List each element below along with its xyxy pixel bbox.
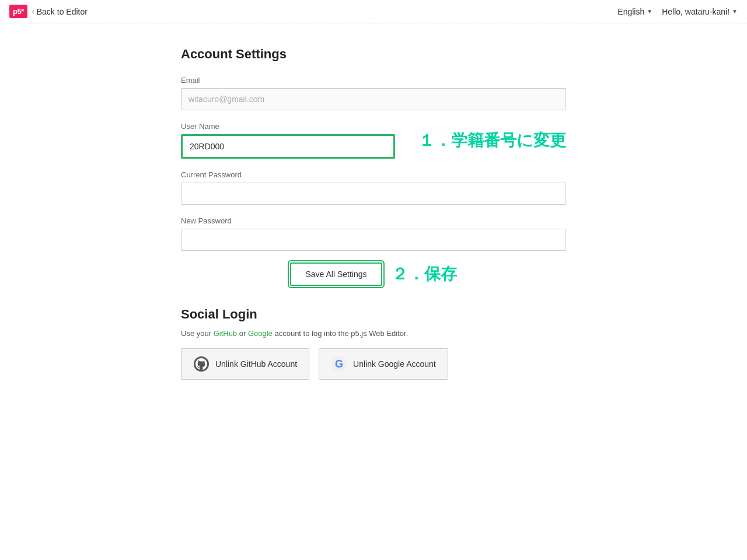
google-icon: G [331,356,347,372]
header-right: English ▼ Hello, wataru-kani! ▼ [617,7,738,16]
current-password-input[interactable] [181,183,566,205]
new-password-group: New Password [181,216,566,251]
p5-logo: p5* [9,5,27,18]
unlink-github-button[interactable]: Unlink GitHub Account [181,348,309,380]
google-link[interactable]: Google [248,329,273,338]
email-group: Email [181,76,566,110]
email-label: Email [181,76,566,85]
user-greeting[interactable]: Hello, wataru-kani! ▼ [662,7,738,16]
current-password-label: Current Password [181,170,566,179]
annotation-step2: ２．保存 [392,263,457,285]
annotation-step1: １．学籍番号に変更 [418,130,566,152]
social-description: Use your GitHub or Google account to log… [181,329,566,338]
unlink-google-button[interactable]: G Unlink Google Account [319,348,448,380]
username-input[interactable] [181,134,395,159]
user-greeting-text: Hello, wataru-kani! [662,7,729,16]
language-dropdown-icon: ▼ [647,8,652,15]
current-password-group: Current Password [181,170,566,205]
username-label: User Name [181,122,395,131]
social-buttons: Unlink GitHub Account G Unlink Google Ac… [181,348,566,380]
header-left: p5* ‹ Back to Editor [9,5,88,18]
language-selector[interactable]: English ▼ [617,7,652,16]
new-password-input[interactable] [181,229,566,251]
save-button-row: Save All Settings ２．保存 [181,262,566,286]
save-all-settings-button[interactable]: Save All Settings [290,262,382,286]
user-dropdown-icon: ▼ [732,8,738,15]
language-label: English [617,7,644,16]
unlink-google-label: Unlink Google Account [353,359,436,369]
github-link[interactable]: GitHub [214,329,237,338]
back-to-editor-label: Back to Editor [37,7,88,16]
new-password-label: New Password [181,216,566,225]
back-to-editor-link[interactable]: ‹ Back to Editor [32,7,88,16]
header: p5* ‹ Back to Editor English ▼ Hello, wa… [0,0,747,23]
github-icon [193,356,210,372]
username-group: User Name [181,122,395,159]
back-chevron-icon: ‹ [32,8,34,16]
save-button-wrapper: Save All Settings ２．保存 [290,262,456,286]
svg-text:G: G [335,358,343,370]
social-login-section: Social Login Use your GitHub or Google a… [181,307,566,380]
main-content: Account Settings Email User Name １．学籍番号に… [169,23,578,403]
unlink-github-label: Unlink GitHub Account [215,359,297,369]
account-settings-title: Account Settings [181,47,566,62]
email-input[interactable] [181,88,566,110]
social-login-title: Social Login [181,307,566,322]
